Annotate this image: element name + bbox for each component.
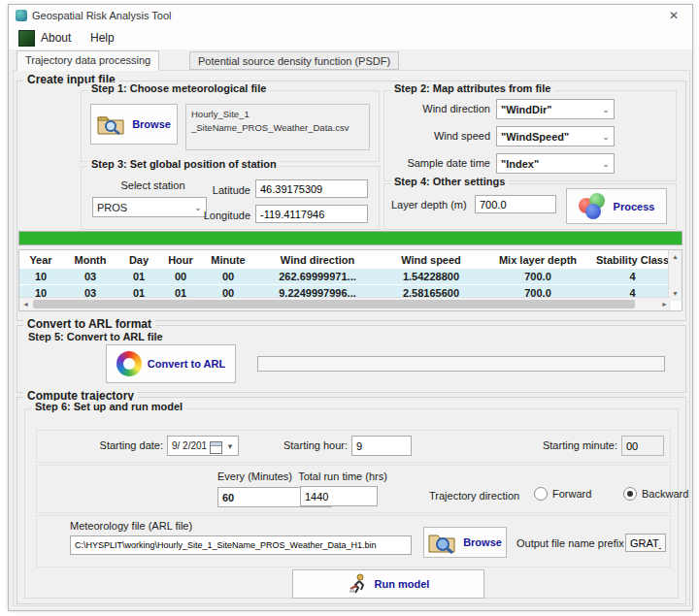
table-header-cell: Day [118, 254, 159, 266]
group-title: Convert to ARL format [23, 317, 155, 331]
table-header-cell: Month [62, 254, 118, 266]
table-header-row: YearMonthDayHourMinuteWind directionWind… [19, 250, 682, 269]
folder-search-icon [97, 113, 126, 136]
menu-about[interactable]: About [37, 30, 75, 46]
layer-depth-input[interactable] [475, 195, 556, 213]
total-run-time-input[interactable] [300, 486, 378, 506]
menubar: About Help [9, 26, 692, 49]
step6-title: Step 6: Set up and run model [31, 401, 186, 412]
starting-date-value: 9/ 2/2017 [168, 440, 207, 451]
sample-date-time-combo[interactable]: "Index" ⌄ [496, 153, 615, 174]
window-title: Geospatial Risk Analysis Tool [32, 10, 171, 21]
folder-search-icon [428, 531, 457, 554]
sample-date-time-label: Sample date time [389, 157, 490, 169]
rgb-spheres-icon [579, 193, 608, 220]
wind-direction-label: Wind direction [389, 103, 490, 114]
select-station-combo[interactable]: PROS ⌄ [92, 197, 207, 217]
select-station-value: PROS [93, 202, 190, 213]
titlebar: Geospatial Risk Analysis Tool ✕ [9, 5, 692, 26]
table-cell: 00 [159, 271, 202, 282]
table-header-cell: Year [19, 254, 62, 266]
table-cell: 700.0 [482, 271, 594, 282]
menu-help[interactable]: Help [86, 30, 118, 46]
output-prefix-input[interactable] [625, 534, 666, 552]
sample-date-time-value: "Index" [497, 158, 598, 170]
start-datetime-row: Starting date: 9/ 2/2017 ▾ Starting hour… [36, 430, 671, 463]
every-minutes-label: Every (Minutes) [217, 470, 292, 482]
table-cell: 4 [594, 271, 671, 282]
browse-met-file-label: Browse [132, 118, 171, 130]
calendar-icon [210, 441, 222, 454]
weather-data-table: YearMonthDayHourMinuteWind directionWind… [18, 249, 682, 311]
starting-date-label: Starting date: [64, 439, 163, 451]
tab-psdf[interactable]: Potential source density function (PSDF) [189, 51, 399, 70]
wind-speed-label: Wind speed [389, 130, 490, 142]
table-cell: 10 [19, 271, 62, 282]
browse-met-file-button[interactable]: Browse [90, 104, 178, 145]
table-horizontal-scrollbar[interactable]: ◄ ► [19, 297, 671, 310]
scroll-right-icon[interactable]: ► [658, 298, 671, 310]
browse-arl-file-button[interactable]: Browse [423, 527, 507, 558]
app-icon [16, 10, 27, 21]
step4-title: Step 4: Other settings [390, 176, 509, 187]
table-row[interactable]: 1003010000262.69999971...1.54228800700.0… [19, 269, 682, 285]
scroll-up-icon[interactable]: ▲ [669, 250, 682, 263]
convert-to-arl-label: Convert to ARL [148, 358, 225, 370]
step3-title: Step 3: Set global position of station [87, 158, 281, 170]
table-header-cell: Wind speed [381, 254, 482, 266]
table-header-cell: Minute [202, 254, 254, 266]
wind-direction-combo[interactable]: "WindDir" ⌄ [496, 99, 615, 119]
table-header-cell: Mix layer depth [482, 254, 594, 266]
layer-depth-label: Layer depth (m) [391, 199, 467, 211]
chevron-down-icon: ⌄ [598, 105, 614, 114]
process-label: Process [614, 201, 655, 212]
tabstrip: Trajectory data processing Potential sou… [9, 49, 692, 71]
arl-met-file-label: Meteorology file (ARL file) [70, 520, 192, 532]
browse-arl-file-label: Browse [463, 536, 502, 548]
scroll-left-icon[interactable]: ◄ [19, 298, 32, 310]
starting-hour-input[interactable] [351, 436, 412, 456]
table-header-cell: Wind direction [254, 254, 381, 266]
latitude-input[interactable] [255, 179, 368, 198]
radio-circle [623, 487, 637, 501]
convert-progress-bar [257, 356, 665, 372]
forward-label: Forward [552, 488, 591, 500]
run-model-button[interactable]: Run model [292, 569, 484, 599]
import-progress-bar [18, 231, 682, 245]
date-dropdown-icon: ▾ [222, 441, 238, 451]
arl-met-file-input[interactable] [70, 535, 412, 555]
table-cell: 03 [62, 271, 118, 282]
app-window: Geospatial Risk Analysis Tool ✕ About He… [8, 4, 693, 611]
scrollbar-thumb[interactable] [33, 300, 635, 308]
table-vertical-scrollbar[interactable]: ▲ ▼ [668, 250, 682, 300]
close-icon[interactable]: ✕ [655, 5, 692, 26]
table-header-cell: Hour [159, 254, 202, 266]
process-button[interactable]: Process [566, 188, 667, 224]
step2-title: Step 2: Map attributes from file [390, 82, 554, 94]
radio-backward[interactable]: Backward [623, 487, 688, 501]
wind-direction-value: "WindDir" [497, 104, 598, 115]
starting-hour-label: Starting hour: [270, 439, 348, 451]
longitude-input[interactable] [255, 205, 368, 223]
chevron-down-icon: ⌄ [598, 132, 614, 142]
run-model-label: Run model [375, 578, 430, 590]
met-file-row: Meteorology file (ARL file) Browse Outpu… [36, 515, 671, 567]
tab-trajectory-data-processing[interactable]: Trajectory data processing [17, 50, 159, 71]
met-file-name-line2: _SiteName_PROS_Weather_Data.csv [191, 121, 364, 135]
met-file-name-line1: Hourly_Site_1 [191, 108, 364, 121]
starting-date-picker[interactable]: 9/ 2/2017 ▾ [167, 436, 239, 456]
starting-minute-input[interactable] [621, 436, 664, 456]
select-station-label: Select station [102, 179, 204, 191]
table-cell: 1.54228800 [381, 271, 482, 282]
radio-forward[interactable]: Forward [534, 487, 591, 501]
convert-to-arl-button[interactable]: Convert to ARL [106, 344, 236, 383]
trajectory-direction-label: Trajectory direction [429, 490, 519, 502]
table-cell: 01 [118, 271, 159, 282]
met-file-name-box: Hourly_Site_1 _SiteName_PROS_Weather_Dat… [185, 104, 370, 150]
wind-speed-combo[interactable]: "WindSpeed" ⌄ [496, 126, 615, 146]
backward-label: Backward [642, 488, 688, 500]
step5-title: Step 5: Convert to ARL file [28, 331, 163, 342]
output-prefix-label: Output file name prefix [516, 537, 624, 549]
about-menu-icon [18, 30, 35, 47]
table-cell: 262.69999971... [254, 271, 381, 282]
